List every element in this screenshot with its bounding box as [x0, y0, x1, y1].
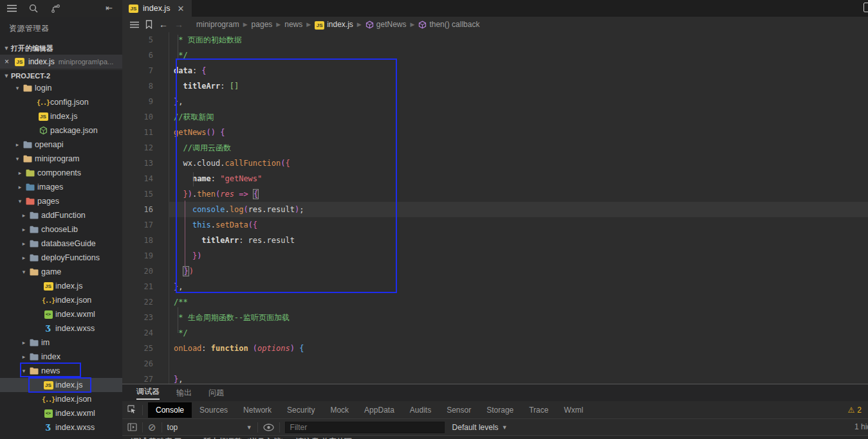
devtools-tab-trace[interactable]: Trace [521, 402, 556, 418]
code-line-10: 10//获取新闻 [122, 109, 868, 125]
panel-tab-problems[interactable]: 问题 [208, 388, 224, 399]
breadcrumb-item-index-js[interactable]: JSindex.js [315, 20, 353, 30]
breadcrumb-item-pages[interactable]: pages [252, 20, 273, 29]
tree-item-game[interactable]: ▾game [0, 265, 122, 279]
breadcrumb-item-news[interactable]: news [284, 20, 302, 29]
tree-item-pages[interactable]: ▾pages [0, 194, 122, 208]
chevron-down-icon[interactable]: ▾ [13, 156, 22, 162]
close-icon[interactable]: × [5, 57, 11, 66]
chevron-right-icon[interactable]: ▸ [19, 339, 28, 346]
tree-item-components[interactable]: ▸components [0, 166, 122, 180]
code-line-5: 5 * 页面的初始数据 [122, 32, 868, 48]
inspect-element-icon[interactable] [127, 405, 137, 415]
line-number: 21 [122, 279, 169, 294]
warning-badge[interactable]: ⚠2 [848, 406, 862, 415]
devtools-tab-sources[interactable]: Sources [192, 402, 235, 418]
tree-item-news[interactable]: ▾news [0, 364, 122, 378]
chevron-down-icon[interactable]: ▾ [19, 368, 28, 374]
devtools-tab-network[interactable]: Network [235, 402, 279, 418]
tree-item-databaseguide[interactable]: ▸databaseGuide [0, 237, 122, 251]
collapse-sidebar-icon[interactable]: ⇤ [106, 3, 113, 13]
devtools-tab-appdata[interactable]: AppData [356, 402, 402, 418]
show-console-sidebar-icon[interactable] [127, 423, 137, 431]
code-line-23: 23 * 生命周期函数--监听页面加载 [122, 310, 868, 325]
tree-item-chooselib[interactable]: ▸chooseLib [0, 222, 122, 237]
chevron-right-icon[interactable]: ▸ [13, 141, 22, 148]
breadcrumb-item-getnews[interactable]: getNews [365, 20, 407, 29]
tab-index-js[interactable]: JS index.js ✕ [122, 0, 192, 17]
tree-item-package-json[interactable]: package.json [0, 123, 122, 138]
tree-item-index-wxml[interactable]: <>index.wxml [0, 406, 122, 420]
context-dropdown[interactable]: top ▼ [167, 423, 252, 432]
devtools-tab-mock[interactable]: Mock [322, 402, 356, 418]
breadcrumb-separator: ▶ [243, 21, 248, 28]
breadcrumb-item-then-callback[interactable]: then() callback [418, 20, 479, 29]
tree-item-index-wxss[interactable]: Ʒindex.wxss [0, 321, 122, 336]
tree-item-index-js[interactable]: JSindex.js [0, 378, 122, 392]
tree-item-label: images [37, 183, 63, 192]
tree-item-openapi[interactable]: ▸openapi [0, 138, 122, 152]
breadcrumb-item-miniprogram[interactable]: miniprogram [196, 20, 239, 29]
tree-item-index-json[interactable]: {..}index.json [0, 392, 122, 406]
tree-item-index-wxss[interactable]: Ʒindex.wxss [0, 420, 122, 435]
tree-item-label: config.json [50, 98, 89, 107]
open-editor-item-index-js[interactable]: × JS index.js miniprogram\pa... [0, 55, 122, 69]
devtools-tab-storage[interactable]: Storage [479, 402, 521, 418]
tree-item-deployfunctions[interactable]: ▸deployFunctions [0, 251, 122, 265]
tree-item-images[interactable]: ▸images [0, 180, 122, 194]
tree-item-label: index.json [55, 395, 91, 404]
menu-icon[interactable] [6, 3, 17, 13]
eye-icon[interactable] [263, 424, 274, 431]
code-line-15: 15 }).then(res => { [122, 186, 868, 202]
line-number: 24 [122, 325, 169, 341]
open-editors-section[interactable]: ▼ 打开的编辑器 [0, 41, 122, 55]
clear-console-icon[interactable]: ⊘ [148, 422, 156, 433]
devtools-tab-security[interactable]: Security [279, 402, 322, 418]
chevron-right-icon[interactable]: ▸ [19, 240, 28, 247]
git-branch-icon[interactable] [50, 3, 60, 13]
split-editor-icon[interactable] [863, 3, 868, 12]
js-file-icon: JS [42, 381, 54, 390]
chevron-right-icon[interactable]: ▸ [15, 184, 24, 190]
tree-item-im[interactable]: ▸im [0, 336, 122, 350]
chevron-down-icon[interactable]: ▾ [15, 198, 24, 204]
indent-guide [178, 35, 178, 60]
chevron-right-icon[interactable]: ▸ [19, 354, 28, 360]
code-editor[interactable]: 5 * 页面的初始数据6 */7data: {8 titleArr: []9},… [122, 32, 868, 384]
tree-item-index-json[interactable]: {..}index.json [0, 293, 122, 307]
search-icon[interactable] [28, 3, 39, 13]
tree-item-config-json[interactable]: {..}config.json [0, 95, 122, 109]
panel-tab-output[interactable]: 输出 [176, 388, 192, 399]
chevron-down-icon[interactable]: ▾ [19, 269, 28, 275]
devtools-tab-wxml[interactable]: Wxml [556, 402, 591, 418]
tree-item-index[interactable]: ▸index [0, 350, 122, 364]
project-section-header[interactable]: ▼ PROJECT-2 [0, 69, 122, 81]
chevron-right-icon[interactable]: ▸ [19, 226, 28, 233]
tree-item-label: index.js [55, 282, 82, 291]
outline-icon[interactable] [130, 21, 139, 28]
chevron-right-icon[interactable]: ▸ [19, 212, 28, 219]
tab-close-icon[interactable]: ✕ [177, 4, 184, 13]
hidden-messages-count[interactable]: 1 hidden [854, 422, 868, 431]
chevron-right-icon[interactable]: ▸ [15, 170, 24, 176]
devtools-tab-console[interactable]: Console [148, 402, 192, 418]
devtools-tab-sensor[interactable]: Sensor [439, 402, 479, 418]
folder-icon [24, 197, 36, 205]
log-levels-dropdown[interactable]: Default levels ▼ [452, 423, 508, 432]
navigate-back-icon[interactable]: ← [159, 19, 168, 30]
line-number: 18 [122, 233, 169, 248]
filter-input[interactable] [285, 422, 445, 433]
tree-item-label: game [41, 267, 61, 276]
code-line-25: 25onLoad: function (options) { [122, 341, 868, 356]
chevron-down-icon[interactable]: ▾ [13, 85, 22, 91]
tree-item-index-wxml[interactable]: <>index.wxml [0, 307, 122, 321]
tree-item-addfunction[interactable]: ▸addFunction [0, 208, 122, 222]
tree-item-miniprogram[interactable]: ▾miniprogram [0, 152, 122, 166]
tree-item-index-js[interactable]: JSindex.js [0, 279, 122, 293]
tree-item-login[interactable]: ▾login [0, 81, 122, 95]
bookmark-icon[interactable] [145, 20, 152, 29]
chevron-right-icon[interactable]: ▸ [19, 255, 28, 261]
tree-item-index-js[interactable]: JSindex.js [0, 109, 122, 123]
devtools-tab-audits[interactable]: Audits [402, 402, 439, 418]
panel-tab-debugger[interactable]: 调试器 [136, 386, 160, 400]
